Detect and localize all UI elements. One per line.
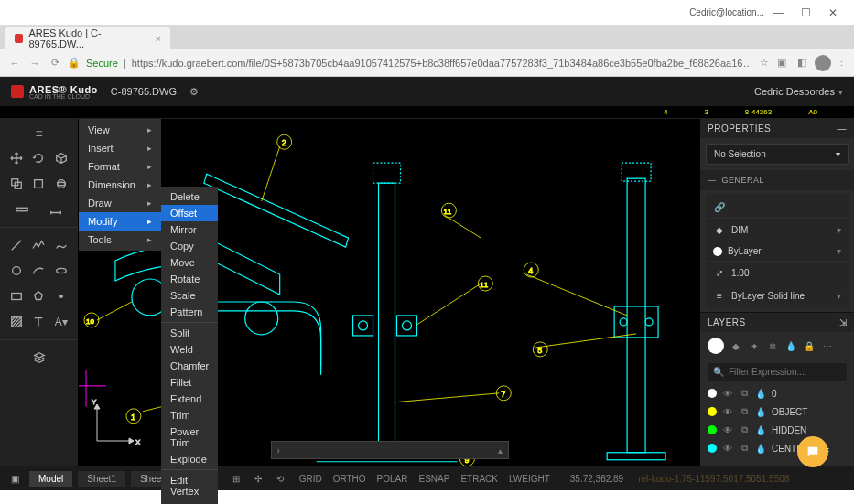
general-section-header[interactable]: — GENERAL — [700, 170, 854, 190]
window-minimize[interactable]: — — [764, 6, 792, 19]
status-toggle-lweight[interactable]: LWEIGHT — [503, 474, 556, 484]
rect-tool-icon[interactable] — [7, 287, 26, 306]
layer-copy-icon[interactable]: ⧉ — [739, 443, 750, 454]
app-logo[interactable]: ARES® Kudo CAD IN THE CLOUD — [11, 84, 98, 100]
layers-panel-header[interactable]: LAYERS ⇲ — [700, 312, 854, 332]
annotate-tool-icon[interactable]: A▾ — [52, 313, 70, 331]
submenu-item-extend[interactable]: Extend — [161, 391, 218, 407]
layer-freeze-icon[interactable]: 💧 — [755, 444, 766, 454]
panel-collapse-icon[interactable]: — — [838, 123, 848, 134]
layer-visibility-icon[interactable]: 👁 — [722, 444, 733, 454]
point-tool-icon[interactable] — [52, 287, 70, 306]
layer-more-icon[interactable]: ⋯ — [821, 339, 834, 352]
layer-new-icon[interactable]: ✦ — [748, 339, 761, 352]
nav-back-icon[interactable]: ← — [7, 58, 22, 69]
panel-menu-icon[interactable]: ⇲ — [839, 317, 848, 327]
layer-row[interactable]: 👁⧉💧OBJECT — [700, 402, 854, 421]
nav-forward-icon[interactable]: → — [27, 58, 42, 69]
layer-row[interactable]: 👁⧉💧HIDDEN — [700, 421, 854, 439]
move-tool-icon[interactable] — [7, 149, 26, 167]
copy-tool-icon[interactable] — [7, 175, 26, 193]
cast-icon[interactable]: ▣ — [774, 57, 789, 69]
layers-tool-icon[interactable] — [30, 349, 49, 367]
submenu-item-edit-vertex[interactable]: Edit Vertex — [161, 472, 218, 499]
window-close[interactable]: ✕ — [819, 6, 847, 19]
command-input[interactable]: › ▴ — [271, 441, 509, 459]
layer-visibility-icon[interactable]: 👁 — [722, 425, 733, 435]
submenu-item-copy[interactable]: Copy — [161, 238, 218, 254]
submenu-item-rotate[interactable]: Rotate — [161, 271, 218, 287]
submenu-item-edit-length[interactable]: Edit Length — [161, 499, 218, 504]
submenu-item-pattern[interactable]: Pattern — [161, 304, 218, 320]
box-tool-icon[interactable] — [29, 175, 48, 193]
sphere-tool-icon[interactable] — [52, 175, 70, 193]
url-field[interactable]: https://kudo.graebert.com/file/0S+5873b7… — [132, 58, 754, 69]
layer-filter-input[interactable] — [729, 367, 845, 377]
status-tool1-icon[interactable]: ⊞ — [228, 470, 244, 487]
model-tab[interactable]: Model — [29, 471, 72, 487]
window-maximize[interactable]: ☐ — [792, 6, 819, 19]
nav-reload-icon[interactable]: ⟳ — [48, 57, 62, 69]
status-tool2-icon[interactable]: ✢ — [250, 470, 266, 487]
polyline-tool-icon[interactable] — [29, 236, 48, 254]
submenu-item-offset[interactable]: Offset — [161, 205, 218, 221]
selection-dropdown[interactable]: No Selection ▾ — [706, 144, 849, 165]
status-toggle-ortho[interactable]: ORTHO — [328, 474, 372, 484]
layer-filter[interactable]: 🔍 — [708, 363, 847, 381]
submenu-item-delete[interactable]: Delete — [161, 188, 218, 205]
settings-gear-icon[interactable]: ⚙ — [189, 86, 199, 98]
ellipse-tool-icon[interactable] — [52, 262, 70, 280]
spline-tool-icon[interactable] — [52, 236, 70, 254]
layer-freeze-icon[interactable]: 💧 — [755, 425, 766, 435]
submenu-item-power-trim[interactable]: Power Trim — [161, 424, 218, 451]
profile-avatar-icon[interactable] — [815, 55, 831, 71]
menu-item-view[interactable]: View▸ — [79, 121, 161, 139]
status-toggle-etrack[interactable]: ETRACK — [455, 474, 503, 484]
layer-copy-icon[interactable]: ⧉ — [739, 406, 750, 417]
submenu-item-fillet[interactable]: Fillet — [161, 374, 218, 391]
bookmark-star-icon[interactable]: ☆ — [760, 57, 769, 69]
user-menu[interactable]: Cedric Desbordes — [754, 86, 843, 97]
hamburger-menu-icon[interactable]: ≡ — [0, 123, 78, 145]
browser-menu-icon[interactable]: ⋮ — [837, 57, 847, 69]
layer-row[interactable]: 👁⧉💧0 — [700, 384, 854, 402]
property-linetype[interactable]: ≡ ByLayer Solid line ▾ — [706, 284, 849, 306]
submenu-item-move[interactable]: Move — [161, 254, 218, 271]
layer-visibility-icon[interactable]: 👁 — [722, 389, 733, 399]
tab-close-icon[interactable]: × — [156, 33, 161, 44]
browser-tab[interactable]: ARES Kudo | C-89765.DW... × — [5, 27, 170, 49]
property-layer[interactable]: ◆ DIM ▾ — [706, 219, 849, 241]
menu-item-format[interactable]: Format▸ — [79, 157, 161, 176]
submenu-item-mirror[interactable]: Mirror — [161, 221, 218, 238]
layer-states-icon[interactable]: ◆ — [730, 339, 742, 352]
menu-item-draw[interactable]: Draw▸ — [79, 194, 161, 212]
menu-item-tools[interactable]: Tools▸ — [79, 231, 161, 249]
layer-freeze-icon[interactable]: 💧 — [755, 407, 766, 417]
layer-lock-icon[interactable]: 🔒 — [803, 339, 816, 352]
layer-copy-icon[interactable]: ⧉ — [739, 424, 750, 435]
submenu-item-trim[interactable]: Trim — [161, 407, 218, 424]
rotate-tool-icon[interactable] — [29, 149, 48, 167]
layer-copy-icon[interactable]: ⧉ — [739, 388, 750, 399]
submenu-item-chamfer[interactable]: Chamfer — [161, 358, 218, 374]
sheet1-tab[interactable]: Sheet1 — [78, 471, 125, 487]
dimension-tool-icon[interactable] — [47, 200, 65, 219]
menu-item-dimension[interactable]: Dimension▸ — [79, 176, 161, 194]
menu-item-modify[interactable]: Modify▸ — [79, 212, 161, 231]
submenu-item-explode[interactable]: Explode — [161, 451, 218, 467]
circle-tool-icon[interactable] — [7, 262, 26, 280]
properties-panel-header[interactable]: PROPERTIES — — [700, 119, 854, 138]
layout-icon[interactable]: ▣ — [5, 474, 24, 484]
layer-row[interactable]: 👁⧉💧CENTERLINE — [700, 439, 854, 457]
hatch-tool-icon[interactable] — [7, 313, 26, 331]
arc-tool-icon[interactable] — [29, 262, 48, 280]
line-tool-icon[interactable] — [7, 236, 26, 254]
property-scale[interactable]: ⤢ 1.00 — [706, 262, 849, 284]
current-layer-swatch-icon[interactable] — [708, 338, 724, 354]
status-tool3-icon[interactable]: ⟲ — [272, 470, 288, 487]
status-toggle-polar[interactable]: POLAR — [372, 474, 414, 484]
ext-icon[interactable]: ◧ — [795, 57, 809, 69]
status-toggle-grid[interactable]: GRID — [294, 474, 328, 484]
property-link[interactable]: 🔗 — [706, 196, 849, 219]
layer-visibility-icon[interactable]: 👁 — [722, 407, 733, 417]
